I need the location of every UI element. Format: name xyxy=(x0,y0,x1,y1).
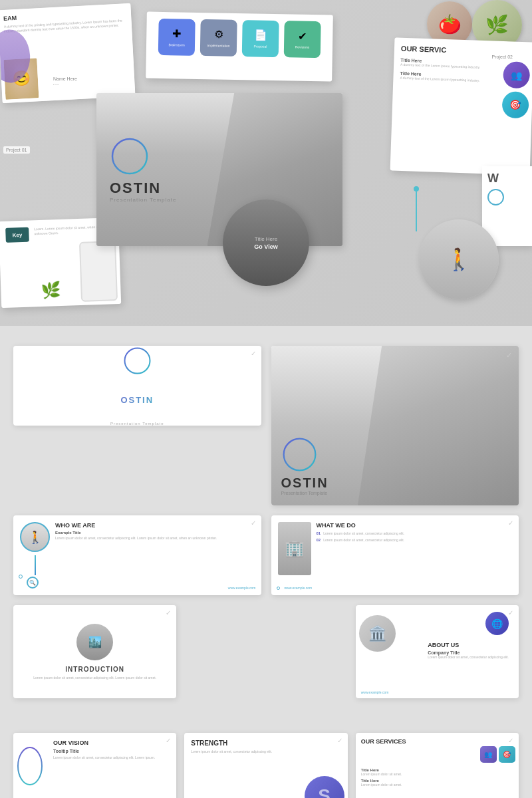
intro-text: Lorem ipsum dolor sit amet, consectetur … xyxy=(33,676,156,680)
what-we-do-slide: ✓ 🏢 WHAT WE DO 01 Lorem ipsum dolor sit … xyxy=(271,515,519,595)
implementation-icon: ⚙ xyxy=(214,28,223,41)
whoweare-title: WHO WE ARE xyxy=(55,522,217,529)
brainstorm-step: ✚ Brainstorm xyxy=(158,19,196,56)
logo-area: OSTIN Presentation Template xyxy=(110,136,176,203)
ostin-subtitle-main: Presentation Template xyxy=(110,197,176,203)
project01-label: Project 01 xyxy=(3,146,30,154)
partial-right-img: 🚶 xyxy=(419,219,499,299)
top-collage-section: EAM A dummy text of the printing and typ… xyxy=(0,0,532,326)
landscape-corner-icon: ✓ xyxy=(506,351,512,360)
vision-body: Lorem ipsum dolor sit amet, consectetur … xyxy=(53,755,170,760)
aboutus-circle-bg: 🏛️ xyxy=(359,615,396,652)
key-badge: Key xyxy=(5,227,29,243)
whatwedo-teal-dot xyxy=(277,587,280,590)
svg-point-0 xyxy=(112,139,147,174)
aboutus-content: 🏛️ 🌐 ABOUT US Company Title Lorem ipsum … xyxy=(356,605,519,698)
proposal-label: Proposal xyxy=(254,44,267,48)
item-num-1: 01 xyxy=(317,531,321,536)
slides-grid-row3: ✓ OUR VISION Tooltip Title Lorem ipsum d… xyxy=(13,733,519,798)
our-vision-slide: ✓ OUR VISION Tooltip Title Lorem ipsum d… xyxy=(13,733,176,798)
implementation-label: Implementation xyxy=(207,43,229,48)
ourservices-item-2: Title Here Lorem ipsum dolor sit amet. xyxy=(361,779,513,787)
strength-slide: ✓ STRENGTH Lorem ipsum dolor sit amet, c… xyxy=(184,733,347,798)
revisions-icon: ✔ xyxy=(298,30,307,43)
teal-connector xyxy=(35,555,36,575)
mini-cover-subtitle: Presentation Template xyxy=(110,422,164,426)
about-us-slide: ✓ 🏛️ 🌐 ABOUT US Company Title Lorem ipsu… xyxy=(356,605,519,698)
team-slide: EAM A dummy text of the printing and typ… xyxy=(0,3,136,103)
svg-point-4 xyxy=(283,439,315,471)
ourservices-item1-body: Lorem ipsum dolor sit amet. xyxy=(361,772,513,777)
brainstorm-label: Brainstorm xyxy=(168,43,184,47)
whatwedo-photo: 🏢 xyxy=(278,522,311,575)
w-letter: W xyxy=(487,172,527,186)
aboutus-title-area: ABOUT US Company Title Lorem ipsum dolor… xyxy=(428,642,509,660)
ourservices-icons-row: 👥 🎯 xyxy=(480,746,515,763)
svc-circle-purple: 👥 xyxy=(503,61,530,88)
ostin-logo-circle xyxy=(110,136,150,176)
whatwedo-title: WHAT WE DO xyxy=(317,522,404,529)
landscape-logo: OSTIN Presentation Template xyxy=(281,436,329,495)
partial-right-circle: 🚶 xyxy=(419,219,499,299)
intro-title: INTRODUCTION xyxy=(65,666,124,673)
our-services-slide: ✓ OUR SERVICES 👥 🎯 Title Here Lorem ipsu… xyxy=(356,733,519,798)
aboutus-photo: 🏛️ xyxy=(368,625,386,642)
whoweare-text-block: WHO WE ARE Example Title Lorem ipsum dol… xyxy=(55,522,217,541)
goview-label: Go View xyxy=(254,243,277,250)
strength-body: Lorem ipsum dolor sit amet, consectetur … xyxy=(191,749,281,754)
slides-grid-row1: ✓ OSTIN Presentation Template xyxy=(13,346,519,595)
aboutus-globe-icon: 🌐 xyxy=(485,612,509,635)
phone-mockup xyxy=(79,241,118,302)
ourservices-icon-target: 🎯 xyxy=(499,746,515,763)
bottom-section: ✓ OUR VISION Tooltip Title Lorem ipsum d… xyxy=(0,718,532,798)
whatwedo-item-1: 01 Lorem ipsum dolor sit amet, consectet… xyxy=(317,531,404,536)
teal-dot xyxy=(414,186,419,192)
mini-cover-slide: ✓ OSTIN Presentation Template xyxy=(13,346,261,426)
whoweare-circle-photo: 🚶 xyxy=(20,522,50,552)
landscape-mountain xyxy=(358,346,519,505)
ostin-circle-sm xyxy=(122,346,152,376)
ourservices-content: OUR SERVICES 👥 🎯 Title Here Lorem ipsum … xyxy=(356,733,519,792)
ourservices-item-1: Title Here Lorem ipsum dolor sit amet. xyxy=(361,768,513,777)
ourservices-items-list: Title Here Lorem ipsum dolor sit amet. T… xyxy=(361,768,513,787)
whoweare-example-title: Example Title xyxy=(55,531,217,535)
item-text-2: Lorem ipsum dolor sit amet, consectetur … xyxy=(323,538,404,543)
name-dots: • • • xyxy=(53,82,59,86)
whoweare-content: 🚶 WHO WE ARE Example Title Lorem ipsum d… xyxy=(13,515,261,595)
strength-s-letter: S xyxy=(305,776,344,798)
item-num-2: 02 xyxy=(317,538,321,543)
item-text-1: Lorem ipsum dolor sit amet, consectetur … xyxy=(323,531,404,536)
main-landscape-slide: OSTIN Presentation Template ✓ xyxy=(271,346,519,505)
grid-spacer xyxy=(184,605,347,698)
landscape-brand-name: OSTIN xyxy=(281,475,329,491)
whatwedo-content: 🏢 WHAT WE DO 01 Lorem ipsum dolor sit am… xyxy=(271,515,519,582)
landscape-bg: OSTIN Presentation Template ✓ xyxy=(271,346,519,505)
ourservices-item2-body: Lorem ipsum dolor sit amet. xyxy=(361,783,513,787)
aboutus-link: www.example.com xyxy=(361,690,389,694)
vision-title: OUR VISION xyxy=(53,739,170,746)
aboutus-title: ABOUT US xyxy=(428,642,509,648)
corner-checkmark-1: ✓ xyxy=(251,350,256,357)
ostin-title-main: OSTIN xyxy=(110,180,161,197)
name-label: Name Here xyxy=(53,76,77,81)
steps-slide: ✚ Brainstorm ⚙ Implementation 📄 Proposal… xyxy=(146,12,333,82)
goview-content: Title Here Go View xyxy=(223,200,309,286)
corner-checkmark-2: ✓ xyxy=(251,519,256,527)
aboutus-subtitle: Company Title xyxy=(428,650,509,655)
introduction-slide: ✓ 🏙️ INTRODUCTION Lorem ipsum dolor sit … xyxy=(13,605,176,698)
whatwedo-text-block: WHAT WE DO 01 Lorem ipsum dolor sit amet… xyxy=(317,522,404,575)
landscape-brand-subtitle: Presentation Template xyxy=(281,491,329,495)
mini-cover-title: OSTIN xyxy=(120,378,154,422)
teal-connector-line xyxy=(416,192,417,231)
main-center-slide: OSTIN Presentation Template xyxy=(96,93,342,246)
corner-checkmark-intro: ✓ xyxy=(166,609,171,616)
goview-title-label: Title Here xyxy=(255,236,277,242)
whoweare-link: www.example.com xyxy=(228,586,256,590)
teal-dot-left xyxy=(19,575,23,579)
ourservices-icon-people: 👥 xyxy=(480,746,497,763)
revisions-label: Revisions xyxy=(295,45,310,49)
strength-content: STRENGTH Lorem ipsum dolor sit amet, con… xyxy=(184,733,347,798)
services-circles: 👥 🎯 xyxy=(501,61,530,118)
proposal-step: 📄 Proposal xyxy=(242,20,279,57)
who-we-are-slide: ✓ 🚶 WHO WE ARE Example Title Lorem ipsum… xyxy=(13,515,261,595)
